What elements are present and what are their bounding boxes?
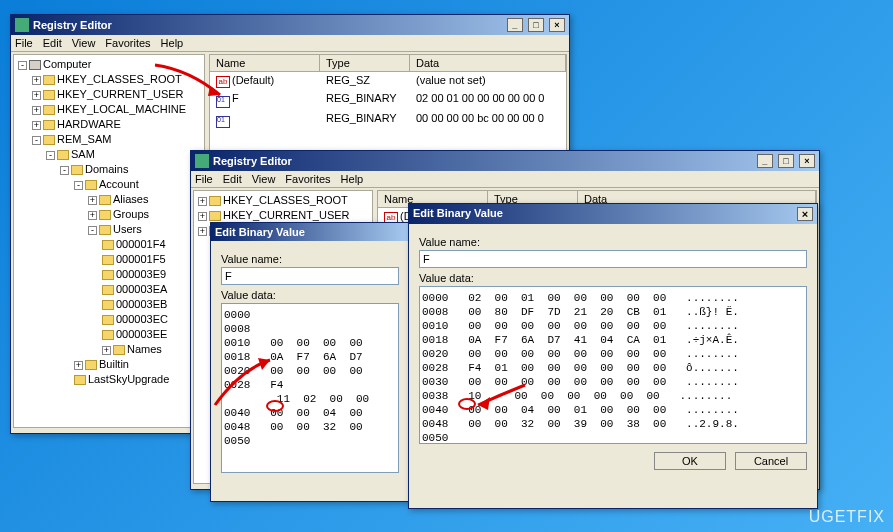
maximize-button[interactable]: □ bbox=[528, 18, 544, 32]
dialog-title-2[interactable]: Edit Binary Value × bbox=[409, 204, 817, 224]
string-icon: ab bbox=[216, 76, 230, 88]
tree-item[interactable]: HKEY_CURRENT_USER bbox=[57, 88, 184, 100]
value-name-input[interactable] bbox=[419, 250, 807, 268]
menu-favorites[interactable]: Favorites bbox=[285, 173, 330, 185]
hex-editor-1[interactable]: 0000 0008 0010 00 00 00 00 0018 0A F7 6A… bbox=[221, 303, 399, 473]
tree-item[interactable]: 000003EC bbox=[116, 313, 168, 325]
maximize-button[interactable]: □ bbox=[778, 154, 794, 168]
value-data-label: Value data: bbox=[221, 289, 399, 301]
tree-item[interactable]: 000003E9 bbox=[116, 268, 166, 280]
minimize-button[interactable]: _ bbox=[757, 154, 773, 168]
tree-item[interactable]: LastSkyUpgrade bbox=[88, 373, 169, 385]
menu-view[interactable]: View bbox=[252, 173, 276, 185]
menu-help[interactable]: Help bbox=[341, 173, 364, 185]
hex-editor-2[interactable]: 0000 02 00 01 00 00 00 00 00 ........ 00… bbox=[419, 286, 807, 444]
menubar-2[interactable]: File Edit View Favorites Help bbox=[191, 171, 819, 188]
value-data-label: Value data: bbox=[419, 272, 807, 284]
tree-item[interactable]: 000001F5 bbox=[116, 253, 166, 265]
binary-icon: 01 bbox=[216, 96, 230, 108]
tree-item[interactable]: Domains bbox=[85, 163, 128, 175]
col-type[interactable]: Type bbox=[320, 55, 410, 71]
cancel-button[interactable]: Cancel bbox=[735, 452, 807, 470]
menu-help[interactable]: Help bbox=[161, 37, 184, 49]
tree-item[interactable]: Account bbox=[99, 178, 139, 190]
tree-item[interactable]: 000001F4 bbox=[116, 238, 166, 250]
col-name[interactable]: Name bbox=[210, 55, 320, 71]
menu-edit[interactable]: Edit bbox=[43, 37, 62, 49]
regedit-icon bbox=[15, 18, 29, 32]
tree-item[interactable]: Names bbox=[127, 343, 162, 355]
regedit-icon bbox=[195, 154, 209, 168]
tree-item[interactable]: Aliases bbox=[113, 193, 148, 205]
tree-item[interactable]: HKEY_LOCAL_MACHINE bbox=[57, 103, 186, 115]
edit-binary-dialog-2: Edit Binary Value × Value name: Value da… bbox=[408, 203, 818, 509]
value-name-label: Value name: bbox=[419, 236, 807, 248]
list-row[interactable]: ab(Default) REG_SZ (value not set) bbox=[210, 72, 566, 90]
edit-binary-dialog-1: Edit Binary Value Value name: Value data… bbox=[210, 222, 410, 502]
tree-pane-1[interactable]: -Computer +HKEY_CLASSES_ROOT +HKEY_CURRE… bbox=[13, 54, 205, 428]
titlebar-1[interactable]: Registry Editor _ □ × bbox=[11, 15, 569, 35]
tree-item[interactable]: Groups bbox=[113, 208, 149, 220]
dialog-close-button[interactable]: × bbox=[797, 207, 813, 221]
list-row[interactable]: 01 REG_BINARY 00 00 00 00 bc 00 00 00 0 bbox=[210, 110, 566, 130]
tree-item[interactable]: HKEY_CURRENT_USER bbox=[223, 209, 350, 221]
window-title-2: Registry Editor bbox=[213, 155, 292, 167]
window-title-1: Registry Editor bbox=[33, 19, 112, 31]
tree-root[interactable]: Computer bbox=[43, 58, 91, 70]
menu-favorites[interactable]: Favorites bbox=[105, 37, 150, 49]
tree-item[interactable]: Builtin bbox=[99, 358, 129, 370]
tree-item[interactable]: REM_SAM bbox=[57, 133, 111, 145]
minimize-button[interactable]: _ bbox=[507, 18, 523, 32]
ok-button[interactable]: OK bbox=[654, 452, 726, 470]
dialog-title-1[interactable]: Edit Binary Value bbox=[211, 223, 409, 241]
binary-icon: 01 bbox=[216, 116, 230, 128]
close-button[interactable]: × bbox=[549, 18, 565, 32]
col-data[interactable]: Data bbox=[410, 55, 566, 71]
value-name-input[interactable] bbox=[221, 267, 399, 285]
watermark: UGETFIX bbox=[809, 508, 885, 526]
tree-item[interactable]: 000003EB bbox=[116, 298, 167, 310]
tree-item[interactable]: 000003EA bbox=[116, 283, 167, 295]
titlebar-2[interactable]: Registry Editor _ □ × bbox=[191, 151, 819, 171]
tree-item[interactable]: Users bbox=[113, 223, 142, 235]
menu-edit[interactable]: Edit bbox=[223, 173, 242, 185]
tree-item[interactable]: 000003EE bbox=[116, 328, 167, 340]
tree-item[interactable]: SAM bbox=[71, 148, 95, 160]
tree-item[interactable]: HKEY_CLASSES_ROOT bbox=[223, 194, 348, 206]
close-button[interactable]: × bbox=[799, 154, 815, 168]
tree-item[interactable]: HKEY_CLASSES_ROOT bbox=[57, 73, 182, 85]
value-name-label: Value name: bbox=[221, 253, 399, 265]
menu-file[interactable]: File bbox=[15, 37, 33, 49]
menu-view[interactable]: View bbox=[72, 37, 96, 49]
menu-file[interactable]: File bbox=[195, 173, 213, 185]
tree-item[interactable]: HARDWARE bbox=[57, 118, 121, 130]
list-row[interactable]: 01F REG_BINARY 02 00 01 00 00 00 00 00 0 bbox=[210, 90, 566, 110]
menubar-1[interactable]: File Edit View Favorites Help bbox=[11, 35, 569, 52]
